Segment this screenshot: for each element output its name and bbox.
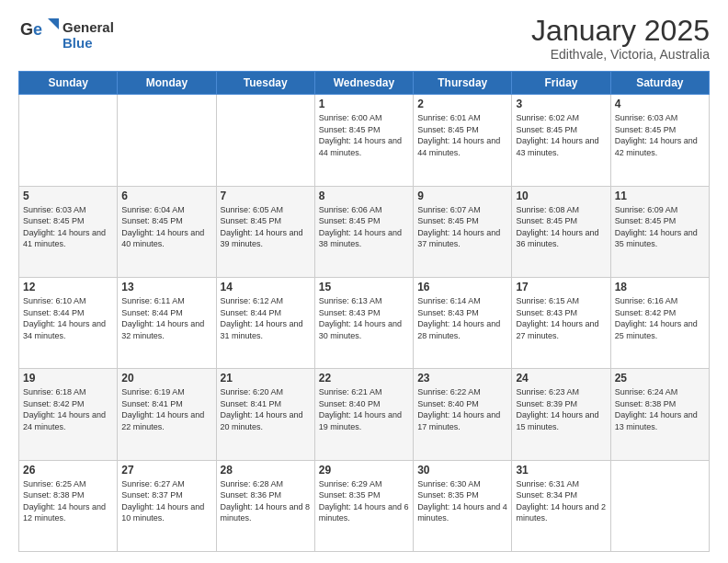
day-sunset: Sunset: 8:42 PM [23, 399, 85, 408]
day-daylight: Daylight: 14 hours and 8 minutes. [221, 502, 311, 523]
day-number: 17 [516, 281, 606, 293]
day-sunrise: Sunrise: 6:25 AM [23, 479, 86, 488]
day-sunset: Sunset: 8:45 PM [121, 216, 183, 225]
logo-blue: Blue [63, 35, 114, 51]
header: G e General Blue January 2025 Edithvale,… [18, 15, 710, 62]
calendar-cell: 24 Sunrise: 6:23 AM Sunset: 8:39 PM Dayl… [512, 369, 610, 460]
calendar-header-friday: Friday [512, 72, 610, 95]
calendar-cell: 25 Sunrise: 6:24 AM Sunset: 8:38 PM Dayl… [610, 369, 709, 460]
day-sunrise: Sunrise: 6:12 AM [221, 296, 284, 305]
calendar-cell: 27 Sunrise: 6:27 AM Sunset: 8:37 PM Dayl… [118, 460, 216, 551]
day-daylight: Daylight: 14 hours and 41 minutes. [23, 228, 106, 249]
calendar-header-sunday: Sunday [19, 72, 118, 95]
day-number: 19 [23, 372, 113, 385]
day-number: 18 [615, 281, 705, 293]
day-number: 5 [23, 190, 113, 202]
day-sunrise: Sunrise: 6:15 AM [516, 296, 579, 305]
day-sunset: Sunset: 8:45 PM [417, 216, 479, 225]
calendar-cell: 22 Sunrise: 6:21 AM Sunset: 8:40 PM Dayl… [314, 369, 413, 460]
day-number: 3 [516, 98, 606, 110]
day-number: 15 [319, 281, 409, 293]
calendar-cell: 21 Sunrise: 6:20 AM Sunset: 8:41 PM Dayl… [216, 369, 314, 460]
day-sunset: Sunset: 8:45 PM [516, 125, 577, 134]
calendar-cell: 16 Sunrise: 6:14 AM Sunset: 8:43 PM Dayl… [414, 277, 512, 368]
calendar-cell: 13 Sunrise: 6:11 AM Sunset: 8:44 PM Dayl… [118, 277, 216, 368]
day-daylight: Daylight: 14 hours and 4 minutes. [417, 502, 507, 523]
day-sunrise: Sunrise: 6:11 AM [121, 296, 185, 305]
day-daylight: Daylight: 14 hours and 6 minutes. [319, 502, 409, 523]
calendar-cell: 15 Sunrise: 6:13 AM Sunset: 8:43 PM Dayl… [314, 277, 413, 368]
day-sunset: Sunset: 8:45 PM [417, 125, 479, 134]
day-sunset: Sunset: 8:39 PM [516, 399, 577, 408]
day-number: 28 [221, 464, 311, 477]
day-sunrise: Sunrise: 6:00 AM [319, 113, 382, 122]
subtitle: Edithvale, Victoria, Australia [531, 47, 710, 62]
day-daylight: Daylight: 14 hours and 44 minutes. [417, 136, 500, 157]
day-number: 10 [516, 190, 606, 202]
day-sunrise: Sunrise: 6:28 AM [221, 479, 284, 488]
day-daylight: Daylight: 14 hours and 27 minutes. [516, 319, 598, 340]
day-sunset: Sunset: 8:41 PM [121, 399, 183, 408]
day-sunset: Sunset: 8:38 PM [23, 490, 85, 500]
day-daylight: Daylight: 14 hours and 36 minutes. [516, 228, 598, 249]
title-block: January 2025 Edithvale, Victoria, Austra… [531, 15, 710, 62]
svg-text:G: G [20, 20, 33, 39]
day-sunrise: Sunrise: 6:30 AM [417, 479, 481, 488]
day-sunset: Sunset: 8:43 PM [516, 308, 577, 317]
day-number: 21 [221, 372, 311, 385]
day-number: 6 [121, 190, 211, 202]
day-sunset: Sunset: 8:40 PM [417, 399, 479, 408]
day-daylight: Daylight: 14 hours and 25 minutes. [615, 319, 698, 340]
calendar-cell: 5 Sunrise: 6:03 AM Sunset: 8:45 PM Dayli… [19, 186, 118, 277]
calendar-cell: 18 Sunrise: 6:16 AM Sunset: 8:42 PM Dayl… [610, 277, 709, 368]
day-sunset: Sunset: 8:37 PM [121, 490, 183, 500]
day-sunrise: Sunrise: 6:21 AM [319, 387, 382, 396]
day-daylight: Daylight: 14 hours and 35 minutes. [615, 228, 698, 249]
day-number: 1 [319, 98, 409, 110]
calendar-cell: 30 Sunrise: 6:30 AM Sunset: 8:35 PM Dayl… [414, 460, 512, 551]
calendar-cell [19, 95, 118, 186]
day-number: 29 [319, 464, 409, 477]
day-daylight: Daylight: 14 hours and 44 minutes. [319, 136, 402, 157]
day-number: 7 [221, 190, 311, 202]
main-title: January 2025 [531, 15, 710, 47]
day-sunset: Sunset: 8:40 PM [319, 399, 381, 408]
day-daylight: Daylight: 14 hours and 40 minutes. [121, 228, 204, 249]
calendar-header-tuesday: Tuesday [216, 72, 314, 95]
day-sunrise: Sunrise: 6:03 AM [23, 205, 86, 214]
day-number: 9 [417, 190, 507, 202]
day-sunset: Sunset: 8:35 PM [319, 490, 381, 500]
calendar-cell: 19 Sunrise: 6:18 AM Sunset: 8:42 PM Dayl… [19, 369, 118, 460]
calendar-cell: 12 Sunrise: 6:10 AM Sunset: 8:44 PM Dayl… [19, 277, 118, 368]
day-sunset: Sunset: 8:44 PM [221, 308, 282, 317]
day-sunrise: Sunrise: 6:04 AM [121, 205, 185, 214]
day-daylight: Daylight: 14 hours and 17 minutes. [417, 410, 500, 431]
calendar-header-monday: Monday [118, 72, 216, 95]
day-sunset: Sunset: 8:41 PM [221, 399, 282, 408]
day-daylight: Daylight: 14 hours and 2 minutes. [516, 502, 606, 523]
day-sunset: Sunset: 8:45 PM [319, 216, 381, 225]
day-sunrise: Sunrise: 6:27 AM [121, 479, 185, 488]
day-number: 14 [221, 281, 311, 293]
day-daylight: Daylight: 14 hours and 31 minutes. [221, 319, 303, 340]
day-sunrise: Sunrise: 6:07 AM [417, 205, 481, 214]
calendar-cell: 7 Sunrise: 6:05 AM Sunset: 8:45 PM Dayli… [216, 186, 314, 277]
day-sunrise: Sunrise: 6:18 AM [23, 387, 86, 396]
calendar-cell [216, 95, 314, 186]
day-number: 22 [319, 372, 409, 385]
day-daylight: Daylight: 14 hours and 39 minutes. [221, 228, 303, 249]
calendar-header-wednesday: Wednesday [314, 72, 413, 95]
day-sunrise: Sunrise: 6:29 AM [319, 479, 382, 488]
day-sunrise: Sunrise: 6:23 AM [516, 387, 579, 396]
logo-svg: G e [18, 15, 59, 55]
day-sunrise: Sunrise: 6:22 AM [417, 387, 481, 396]
day-number: 11 [615, 190, 705, 202]
calendar-cell: 29 Sunrise: 6:29 AM Sunset: 8:35 PM Dayl… [314, 460, 413, 551]
day-sunrise: Sunrise: 6:03 AM [615, 113, 678, 122]
calendar-cell: 28 Sunrise: 6:28 AM Sunset: 8:36 PM Dayl… [216, 460, 314, 551]
day-sunrise: Sunrise: 6:02 AM [516, 113, 579, 122]
calendar-cell: 9 Sunrise: 6:07 AM Sunset: 8:45 PM Dayli… [414, 186, 512, 277]
day-sunset: Sunset: 8:45 PM [23, 216, 85, 225]
calendar-cell: 20 Sunrise: 6:19 AM Sunset: 8:41 PM Dayl… [118, 369, 216, 460]
svg-marker-2 [48, 18, 59, 29]
